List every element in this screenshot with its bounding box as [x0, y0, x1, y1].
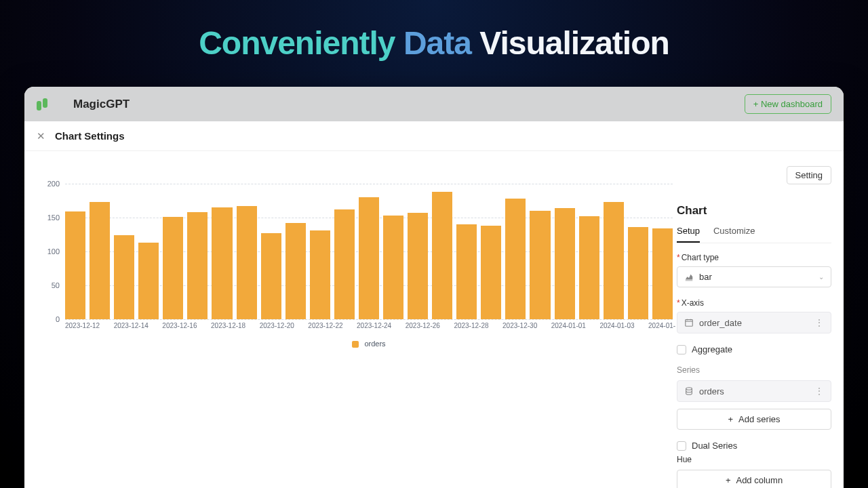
- bar: [261, 233, 281, 319]
- hero-word-2: Data: [403, 25, 471, 61]
- close-icon[interactable]: ✕: [37, 130, 45, 142]
- logo-icon: [37, 98, 50, 110]
- subheader: ✕ Chart Settings: [24, 121, 844, 151]
- page-title: Chart Settings: [55, 130, 125, 142]
- legend-label: orders: [364, 340, 385, 348]
- x-tick: 2023-12-28: [454, 322, 502, 329]
- bar: [163, 217, 183, 319]
- app-window: MagicGPT + New dashboard ✕ Chart Setting…: [24, 87, 844, 488]
- bar: [505, 199, 526, 319]
- aggregate-checkbox[interactable]: Aggregate: [677, 344, 831, 354]
- calendar-icon: [684, 318, 694, 327]
- brand[interactable]: MagicGPT: [37, 98, 130, 111]
- y-tick: 50: [52, 281, 60, 289]
- hero-word-3: Visualization: [479, 25, 669, 61]
- chart-type-select[interactable]: bar ⌄: [677, 266, 831, 287]
- x-tick: 2023-12-18: [211, 322, 260, 329]
- x-tick: 2024-01-03: [599, 322, 648, 329]
- series-section-label: Series: [677, 365, 831, 375]
- more-icon[interactable]: ⋮: [814, 386, 824, 396]
- bar: [310, 230, 330, 319]
- setting-button[interactable]: Setting: [787, 166, 831, 184]
- y-tick: 0: [56, 315, 60, 323]
- bar: [334, 209, 355, 319]
- bar: [481, 226, 501, 319]
- x-axis-field[interactable]: order_date ⋮: [677, 312, 831, 333]
- svg-rect-0: [686, 320, 693, 327]
- chart-legend: orders: [65, 340, 673, 348]
- series-field[interactable]: orders ⋮: [677, 380, 831, 402]
- x-tick: 2023-12-22: [308, 322, 357, 329]
- bar: [408, 213, 428, 319]
- bar: [114, 235, 134, 319]
- more-icon[interactable]: ⋮: [814, 317, 824, 328]
- bar: [628, 227, 648, 319]
- svg-point-1: [686, 388, 692, 390]
- bar: [187, 212, 208, 319]
- x-tick: 2023-12-20: [260, 322, 309, 329]
- hue-label: Hue: [677, 455, 831, 464]
- chart-area-icon: [684, 272, 694, 282]
- panel-title: Chart: [677, 204, 831, 218]
- add-series-button[interactable]: + Add series: [677, 409, 831, 430]
- bar: [432, 192, 452, 319]
- y-tick: 150: [47, 214, 60, 222]
- panel-tabs: Setup Customize: [677, 226, 831, 243]
- bar: [456, 224, 477, 319]
- bar: [579, 216, 599, 319]
- bar: [237, 206, 257, 319]
- hero-title: Conveniently Data Visualization: [0, 0, 868, 62]
- tab-setup[interactable]: Setup: [677, 226, 700, 243]
- x-axis: 2023-12-122023-12-142023-12-162023-12-18…: [65, 322, 673, 329]
- plus-icon: +: [726, 475, 731, 485]
- series-value: orders: [699, 386, 724, 396]
- checkbox-icon: [677, 441, 686, 451]
- x-tick: 2023-12-26: [406, 322, 454, 329]
- chart-type-label: *Chart type: [677, 253, 831, 262]
- aggregate-label: Aggregate: [692, 344, 732, 354]
- bar: [555, 208, 575, 319]
- dual-series-label: Dual Series: [692, 441, 737, 451]
- brand-name: MagicGPT: [73, 98, 130, 111]
- x-tick: 2023-12-14: [114, 322, 163, 329]
- bar: [90, 202, 110, 319]
- app-header: MagicGPT + New dashboard: [24, 87, 844, 121]
- tab-customize[interactable]: Customize: [713, 226, 755, 243]
- chart-type-value: bar: [699, 272, 712, 282]
- x-tick: 2023-12-24: [357, 322, 406, 329]
- bar: [530, 211, 550, 319]
- chart: 050100150200 2023-12-122023-12-142023-12…: [35, 184, 673, 346]
- legend-swatch-icon: [352, 341, 359, 348]
- bar: [212, 207, 232, 319]
- bar: [359, 197, 379, 319]
- database-icon: [684, 386, 694, 396]
- chart-bars: [65, 184, 673, 319]
- bar: [383, 216, 403, 319]
- bar: [65, 211, 85, 319]
- x-tick: 2024-01-: [648, 322, 673, 329]
- x-axis-value: order_date: [699, 318, 742, 328]
- x-tick: 2024-01-01: [551, 322, 600, 329]
- x-tick: 2023-12-16: [162, 322, 211, 329]
- bar: [652, 228, 673, 319]
- bar: [604, 202, 624, 319]
- y-tick: 100: [47, 247, 60, 256]
- chart-settings-panel: Chart Setup Customize *Chart type bar ⌄ …: [677, 204, 831, 488]
- checkbox-icon: [677, 345, 686, 354]
- plus-icon: +: [728, 414, 733, 424]
- x-axis-label: *X-axis: [677, 298, 831, 308]
- x-tick: 2023-12-30: [502, 322, 551, 329]
- chevron-down-icon: ⌄: [818, 273, 824, 281]
- bar: [285, 223, 306, 319]
- content-area: Setting 050100150200 2023-12-122023-12-1…: [24, 151, 844, 488]
- add-column-button[interactable]: + Add column: [677, 470, 831, 488]
- dual-series-checkbox[interactable]: Dual Series: [677, 441, 831, 451]
- x-tick: 2023-12-12: [65, 322, 114, 329]
- hero-word-1: Conveniently: [199, 25, 395, 61]
- y-axis: 050100150200: [35, 184, 62, 319]
- bar: [138, 243, 159, 319]
- new-dashboard-button[interactable]: + New dashboard: [745, 94, 831, 114]
- y-tick: 200: [47, 180, 60, 188]
